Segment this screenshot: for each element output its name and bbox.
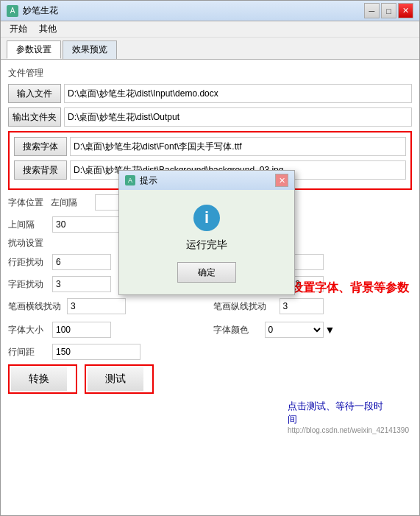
minimize-button[interactable]: ─ <box>364 3 380 18</box>
menu-other[interactable]: 其他 <box>33 21 63 37</box>
test-btn-wrapper: 测试 <box>85 364 154 394</box>
dialog-app-icon: A <box>125 175 135 185</box>
char-dist-input[interactable] <box>52 276 111 292</box>
line-spacing-row: 行间距 <box>8 344 412 360</box>
app-icon: A <box>7 5 18 17</box>
dialog-overlay: A 提示 ✕ i 运行完毕 确定 <box>118 170 295 295</box>
font-color-row: 字体颜色 0 ▼ <box>213 322 413 338</box>
info-icon: i <box>193 205 220 231</box>
action-buttons: 转换 测试 <box>8 364 412 394</box>
input-file-button[interactable]: 输入文件 <box>8 84 61 103</box>
test-button[interactable]: 测试 <box>88 367 143 391</box>
top-margin-label: 上间隔 <box>8 219 52 231</box>
window-title: 妙笔生花 <box>23 4 364 17</box>
menu-start[interactable]: 开始 <box>4 21 33 37</box>
disturbance-row3: 笔画横线扰动 笔画纵线扰动 <box>8 298 412 317</box>
tab-preview[interactable]: 效果预览 <box>63 40 117 59</box>
title-buttons: ─ □ ✕ <box>364 3 413 18</box>
dialog-title-text: 提示 <box>140 174 157 187</box>
stroke-horiz-row: 笔画横线扰动 <box>8 298 207 314</box>
website-label: http://blog.csdn.net/weixin_42141390 <box>288 426 409 434</box>
line-dist-input[interactable] <box>52 254 111 270</box>
stroke-horiz-input[interactable] <box>67 298 126 314</box>
stroke-horiz-label: 笔画横线扰动 <box>8 300 67 313</box>
output-folder-field[interactable] <box>64 107 412 127</box>
dialog-ok-button[interactable]: 确定 <box>177 262 236 283</box>
char-dist-label: 字距扰动 <box>8 278 52 291</box>
annotation-bottom-blue: 点击测试、等待一段时 间 <box>288 400 409 426</box>
convert-button[interactable]: 转换 <box>11 367 67 391</box>
font-size-row: 字体大小 <box>8 322 207 338</box>
menu-bar: 开始 其他 <box>1 21 419 38</box>
close-button[interactable]: ✕ <box>398 3 413 18</box>
font-color-select[interactable]: 0 <box>265 322 324 338</box>
dialog-close-button[interactable]: ✕ <box>275 174 288 187</box>
dialog-title-bar: A 提示 ✕ <box>119 171 294 190</box>
annotation-bottom-area: 点击测试、等待一段时 间 http://blog.csdn.net/weixin… <box>288 400 409 434</box>
search-font-row: 搜索字体 <box>14 137 406 156</box>
search-font-button[interactable]: 搜索字体 <box>14 137 67 156</box>
left-margin-label: 左间隔 <box>51 197 95 209</box>
stroke-vert-input[interactable] <box>280 298 324 314</box>
input-file-row: 输入文件 <box>8 84 412 103</box>
annotation-top-red: 设置字体、背景等参数 <box>291 281 409 294</box>
line-spacing-input[interactable] <box>52 344 140 360</box>
font-color-label: 字体颜色 <box>213 324 265 336</box>
tab-params[interactable]: 参数设置 <box>7 40 61 59</box>
line-spacing-label: 行间距 <box>8 346 52 358</box>
search-font-field[interactable] <box>70 137 406 156</box>
font-size-input[interactable] <box>52 322 111 338</box>
dropdown-arrow-icon: ▼ <box>325 324 335 336</box>
output-folder-row: 输出文件夹 <box>8 107 412 127</box>
main-window: A 妙笔生花 ─ □ ✕ 开始 其他 参数设置 效果预览 文件管理 输入文件 输… <box>0 0 420 516</box>
output-folder-button[interactable]: 输出文件夹 <box>8 107 61 127</box>
font-size-label: 字体大小 <box>8 324 52 336</box>
maximize-button[interactable]: □ <box>381 3 396 18</box>
file-management-label: 文件管理 <box>8 67 412 79</box>
title-bar: A 妙笔生花 ─ □ ✕ <box>1 1 419 21</box>
stroke-vert-row: 笔画纵线扰动 <box>213 298 413 314</box>
search-bg-button[interactable]: 搜索背景 <box>14 160 67 180</box>
input-file-field[interactable] <box>64 84 412 103</box>
font-position-label: 字体位置 <box>8 197 43 209</box>
dialog-message: 运行完毕 <box>131 238 282 252</box>
line-dist-label: 行距扰动 <box>8 256 52 269</box>
stroke-vert-label: 笔画纵线扰动 <box>213 300 280 313</box>
tab-bar: 参数设置 效果预览 <box>1 38 419 59</box>
style-row1: 字体大小 字体颜色 0 ▼ <box>8 322 412 341</box>
tab-content: 文件管理 输入文件 输出文件夹 搜索字体 搜索背景 字体位置 <box>1 59 419 515</box>
dialog-body: i 运行完毕 确定 <box>119 190 294 294</box>
convert-btn-wrapper: 转换 <box>8 364 77 394</box>
